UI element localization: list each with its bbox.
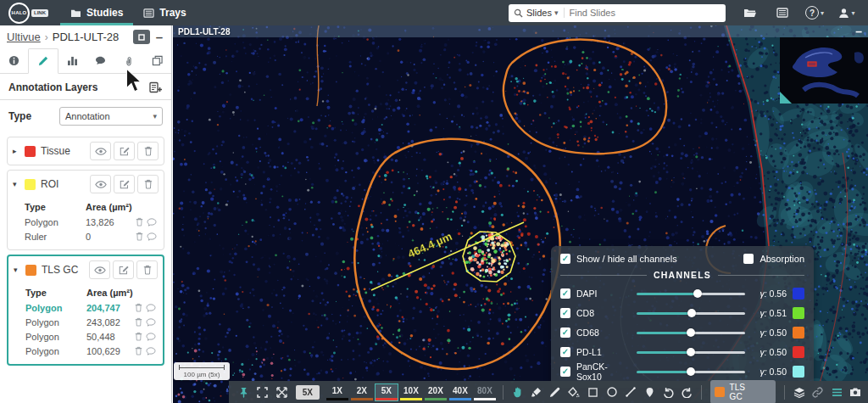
nav-trays[interactable]: Trays xyxy=(133,0,196,25)
pen-tool-button[interactable] xyxy=(548,383,562,400)
collapse-caret-icon[interactable]: ▾ xyxy=(14,266,20,274)
tab-analysis[interactable] xyxy=(58,48,86,73)
redo-button[interactable] xyxy=(680,383,694,400)
zoom-1x-button[interactable]: 1X xyxy=(326,384,348,400)
channel-checkbox[interactable]: ✓ xyxy=(560,347,570,357)
layer-edit-button[interactable] xyxy=(113,260,134,279)
layer-delete-button[interactable] xyxy=(137,175,159,193)
layer-edit-button[interactable] xyxy=(114,175,135,193)
comment-icon[interactable] xyxy=(146,347,156,355)
viewer-minimize-button[interactable]: – xyxy=(855,26,862,36)
channel-list-button[interactable] xyxy=(829,383,843,400)
fill-tool-button[interactable] xyxy=(567,383,581,400)
channel-color-swatch[interactable] xyxy=(793,346,804,358)
zoom-20x-button[interactable]: 20X xyxy=(425,384,447,400)
link-views-button[interactable] xyxy=(810,383,825,400)
tab-info[interactable] xyxy=(0,48,28,73)
tls-gc-annotation-main[interactable] xyxy=(354,139,559,369)
comment-icon[interactable] xyxy=(147,218,157,227)
comment-icon[interactable] xyxy=(146,318,156,327)
tab-comments[interactable] xyxy=(86,48,114,73)
breadcrumb-study-link[interactable]: Ultivue xyxy=(7,31,41,43)
overview-minimap[interactable] xyxy=(780,37,868,104)
channel-checkbox[interactable]: ✓ xyxy=(560,308,570,318)
table-row-selected[interactable]: Polygon 204,747 xyxy=(25,300,156,315)
zoom-5x-button[interactable]: 5X xyxy=(376,384,398,400)
trash-icon[interactable] xyxy=(135,303,142,312)
channel-intensity-slider[interactable] xyxy=(637,367,745,376)
comment-icon[interactable] xyxy=(146,333,156,341)
trash-icon[interactable] xyxy=(135,346,142,355)
fit-to-window-button[interactable] xyxy=(274,383,288,400)
panel-collapse-button[interactable]: – xyxy=(154,33,164,42)
add-annotation-layer-button[interactable] xyxy=(149,81,163,93)
channel-color-swatch[interactable] xyxy=(793,307,804,319)
layer-color-swatch[interactable] xyxy=(25,265,36,276)
undo-button[interactable] xyxy=(661,383,676,400)
table-row[interactable]: Polygon 100,629 xyxy=(25,344,156,358)
tls-gc-annotation-top[interactable] xyxy=(504,40,666,154)
find-slides-input[interactable] xyxy=(568,7,721,19)
search-scope-dropdown[interactable]: Slides ▾ xyxy=(526,8,565,18)
channel-color-swatch[interactable] xyxy=(793,288,804,299)
slider-handle[interactable] xyxy=(687,328,695,337)
channel-intensity-slider[interactable] xyxy=(637,289,745,298)
marker-tool-button[interactable] xyxy=(643,383,657,400)
pin-toolbar-button[interactable] xyxy=(236,383,251,400)
pan-tool-button[interactable] xyxy=(510,383,525,400)
layers-button[interactable] xyxy=(792,383,806,400)
trash-icon[interactable] xyxy=(136,232,143,241)
channel-intensity-slider[interactable] xyxy=(637,328,745,337)
fullscreen-button[interactable] xyxy=(255,383,270,400)
zoom-40x-button[interactable]: 40X xyxy=(449,384,471,400)
layer-color-swatch[interactable] xyxy=(25,146,36,157)
tab-annotations[interactable] xyxy=(28,48,58,74)
zoom-10x-button[interactable]: 10X xyxy=(400,384,422,400)
tab-linked-slides[interactable] xyxy=(143,48,171,73)
zoom-2x-button[interactable]: 2X xyxy=(351,384,373,400)
panel-popout-button[interactable] xyxy=(133,30,150,44)
slider-handle[interactable] xyxy=(693,289,702,298)
channel-intensity-slider[interactable] xyxy=(637,309,745,317)
layer-delete-button[interactable] xyxy=(136,260,158,279)
channel-checkbox[interactable]: ✓ xyxy=(560,367,570,377)
channel-checkbox[interactable]: ✓ xyxy=(560,327,570,338)
minimap-view-rectangle[interactable] xyxy=(808,62,816,66)
tab-attachments[interactable] xyxy=(114,48,142,73)
expand-caret-icon[interactable]: ▸ xyxy=(13,147,19,155)
layer-visibility-button[interactable] xyxy=(90,175,111,193)
snapshot-button[interactable] xyxy=(849,383,863,400)
slider-handle[interactable] xyxy=(687,309,696,317)
open-slides-button[interactable] xyxy=(737,8,763,18)
slider-handle[interactable] xyxy=(687,367,695,376)
trash-icon[interactable] xyxy=(135,332,142,341)
layer-edit-button[interactable] xyxy=(114,142,135,160)
table-row[interactable]: Polygon 50,448 xyxy=(25,329,156,344)
halo-link-logo[interactable]: HALO LINK xyxy=(8,3,48,24)
layer-visibility-button[interactable] xyxy=(90,142,111,160)
slide-viewer[interactable]: 464.4 µm PDL1-ULT-28 – 100 µm (5x) xyxy=(173,25,868,403)
comment-icon[interactable] xyxy=(147,232,157,241)
rectangle-tool-button[interactable] xyxy=(586,383,600,400)
layer-delete-button[interactable] xyxy=(137,142,159,160)
slider-handle[interactable] xyxy=(687,348,695,356)
comment-icon[interactable] xyxy=(146,304,156,312)
roi-polygon-annotation[interactable] xyxy=(463,232,515,282)
zoom-80x-button[interactable]: 80X xyxy=(474,384,496,400)
absorption-checkbox[interactable] xyxy=(743,254,754,264)
annotation-type-select[interactable]: Annotation ▾ xyxy=(59,107,163,126)
table-row[interactable]: Polygon 13,826 xyxy=(25,215,157,229)
trash-icon[interactable] xyxy=(135,317,142,327)
channel-color-swatch[interactable] xyxy=(793,327,804,339)
ruler-tool-button[interactable] xyxy=(623,383,637,400)
trash-icon[interactable] xyxy=(136,217,143,227)
ellipse-tool-button[interactable] xyxy=(604,383,619,400)
trays-panel-button[interactable] xyxy=(770,8,795,18)
table-row[interactable]: Polygon 243,082 xyxy=(25,315,156,329)
layer-color-swatch[interactable] xyxy=(25,179,36,190)
user-menu-button[interactable]: ▾ xyxy=(834,8,860,19)
channel-checkbox[interactable]: ✓ xyxy=(560,288,570,299)
collapse-caret-icon[interactable]: ▾ xyxy=(13,180,19,188)
show-hide-all-checkbox[interactable]: ✓ xyxy=(560,254,570,264)
active-layer-select[interactable]: TLS GC xyxy=(710,380,776,403)
